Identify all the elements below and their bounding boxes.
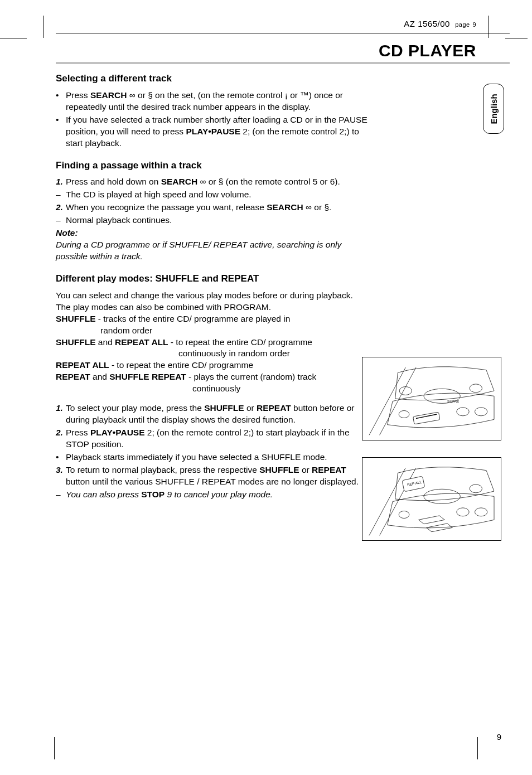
- list-item: 3. To return to normal playback, press t…: [56, 464, 368, 488]
- list-item: 2. When you recognize the passage you wa…: [56, 202, 368, 214]
- model-label: AZ 1565/00 page 9: [404, 19, 476, 28]
- step-number: 2.: [56, 202, 66, 214]
- bullet-icon: •: [56, 452, 66, 463]
- dash-icon: –: [56, 489, 66, 501]
- heading-play-modes: Different play modes: SHUFFLE and REPEAT: [56, 273, 368, 285]
- svg-point-17: [475, 508, 487, 516]
- section-title: CD PLAYER: [379, 41, 476, 60]
- list-text: Normal playback continues.: [66, 215, 368, 226]
- crop-mark: [16, 16, 43, 38]
- list-text: When you recognize the passage you want,…: [66, 202, 368, 214]
- list-text: The CD is played at high speed and low v…: [66, 189, 368, 201]
- mode-line: SHUFFLE and REPEAT ALL - to repeat the e…: [56, 337, 368, 360]
- list-item: • If you have selected a track number sh…: [56, 114, 368, 149]
- list-item: 2. Press PLAY•PAUSE 2; (on the remote co…: [56, 427, 368, 451]
- step-number: 1.: [56, 176, 66, 188]
- heading-finding-passage: Finding a passage within a track: [56, 159, 368, 172]
- bullet-icon: •: [56, 90, 66, 113]
- bullet-icon: •: [56, 114, 66, 149]
- list-item: • Playback starts immediately if you hav…: [56, 452, 368, 463]
- list-item: 1. Press and hold down on SEARCH ∞ or § …: [56, 176, 368, 188]
- svg-point-15: [470, 485, 482, 493]
- svg-point-16: [399, 511, 409, 518]
- page-num-top: 9: [472, 21, 476, 28]
- svg-point-6: [475, 408, 487, 416]
- language-tab: English: [483, 84, 504, 134]
- list-text: You can also press STOP 9 to cancel your…: [66, 489, 368, 501]
- svg-line-0: [369, 367, 405, 435]
- svg-point-7: [457, 408, 469, 416]
- mode-line: REPEAT ALL - to repeat the entire CD/ pr…: [56, 360, 368, 371]
- language-label: English: [489, 94, 499, 124]
- section-title-row: CD PLAYER: [56, 37, 510, 64]
- crop-mark: [27, 737, 55, 759]
- list-text: To return to normal playback, press the …: [66, 464, 368, 488]
- list-text: Press PLAY•PAUSE 2; (on the remote contr…: [66, 427, 368, 451]
- list-text: If you have selected a track number shor…: [66, 114, 368, 149]
- illustration-shuffle: SHUFFLE: [362, 357, 501, 440]
- svg-line-1: [380, 367, 416, 435]
- page-number: 9: [497, 732, 501, 742]
- svg-line-11: [380, 468, 416, 535]
- mode-line: SHUFFLE - tracks of the entire CD/ progr…: [56, 313, 368, 337]
- svg-point-5: [399, 410, 409, 418]
- list-item: • Press SEARCH ∞ or § on the set, (on th…: [56, 90, 368, 113]
- list-text: Press and hold down on SEARCH ∞ or § (on…: [66, 176, 368, 188]
- svg-point-12: [424, 489, 460, 503]
- list-item: 1. To select your play mode, press the S…: [56, 403, 368, 426]
- mode-line: REPEAT and SHUFFLE REPEAT - plays the cu…: [56, 371, 368, 395]
- model-number: AZ 1565/00: [404, 19, 450, 28]
- svg-point-4: [470, 384, 482, 393]
- body-content: Selecting a different track • Press SEAR…: [56, 72, 368, 501]
- svg-point-3: [399, 387, 412, 395]
- dash-icon: –: [56, 215, 66, 226]
- step-number: 2.: [56, 427, 66, 451]
- note-text: During a CD programme or if SHUFFLE/ REP…: [56, 239, 368, 263]
- paragraph: You can select and change the various pl…: [56, 290, 368, 313]
- note-label: Note:: [56, 227, 368, 239]
- header-bar: AZ 1565/00 page 9: [56, 17, 510, 33]
- list-text: Playback starts immediately if you have …: [66, 452, 368, 463]
- page-label-small: page: [455, 21, 470, 28]
- note-block: Note: During a CD programme or if SHUFFL…: [56, 227, 368, 263]
- dash-icon: –: [56, 189, 66, 201]
- illustration-repeat: REP ALL: [362, 457, 501, 541]
- list-item: – You can also press STOP 9 to cancel yo…: [56, 489, 368, 501]
- svg-line-10: [369, 468, 405, 535]
- step-number: 3.: [56, 464, 66, 488]
- list-text: Press SEARCH ∞ or § on the set, (on the …: [66, 90, 368, 113]
- step-number: 1.: [56, 403, 66, 426]
- list-text: To select your play mode, press the SHUF…: [66, 403, 368, 426]
- heading-selecting-track: Selecting a different track: [56, 72, 368, 85]
- svg-text:SHUFFLE: SHUFFLE: [447, 400, 459, 403]
- svg-point-18: [457, 508, 469, 516]
- list-item: – Normal playback continues.: [56, 215, 368, 226]
- list-item: – The CD is played at high speed and low…: [56, 189, 368, 201]
